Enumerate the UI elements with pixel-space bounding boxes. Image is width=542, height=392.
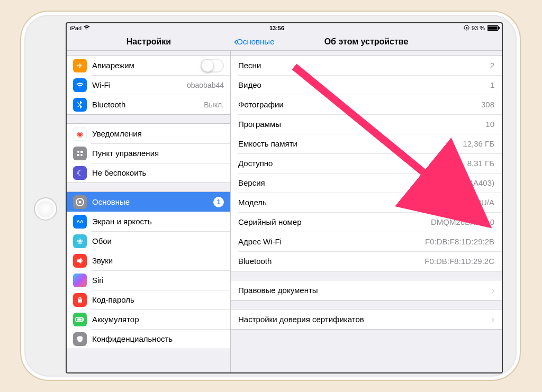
row-serial[interactable]: Серийный номер DMQM26BXFK10 [231,212,502,232]
songs-value: 2 [490,61,494,70]
songs-label: Песни [238,61,490,70]
row-photos[interactable]: Фотографии 308 [231,95,502,114]
svg-rect-3 [80,151,83,153]
back-label: Основные [237,33,274,51]
sidebar-item-passcode[interactable]: Код-пароль [67,290,230,309]
dnd-icon: ☾ [73,166,87,180]
apps-label: Программы [238,120,485,129]
back-button[interactable]: ‹ Основные [234,33,275,51]
svg-point-2 [77,151,79,153]
detail-pane: Песни 2 Видео 1 Фотографии 308 Программы… [231,51,502,373]
wifi-settings-icon [73,78,87,92]
photos-label: Фотографии [238,100,481,109]
settings-sidebar: ✈ Авиарежим Wi-Fi obaobab44 [67,51,231,373]
general-badge: 1 [213,197,224,207]
model-value: MD785RU/A [450,198,494,207]
dnd-label: Не беспокоить [92,168,224,177]
row-available[interactable]: Доступно 8,31 ГБ [231,153,502,173]
videos-label: Видео [238,80,490,89]
airplane-toggle[interactable] [201,59,224,72]
svg-rect-11 [77,318,82,321]
available-value: 8,31 ГБ [467,159,494,168]
screen: iPad 13:56 93 % Настройки ‹ Основные [66,22,503,373]
bt-address-value: F0:DB:F8:1D:29:2C [424,257,494,266]
notifications-label: Уведомления [92,129,224,138]
display-label: Экран и яркость [92,217,224,226]
row-capacity[interactable]: Емкость памяти 12,36 ГБ [231,134,502,153]
row-bluetooth-address[interactable]: Bluetooth F0:DB:F8:1D:29:2C [231,251,502,271]
row-legal[interactable]: Правовые документы › [231,280,502,300]
row-videos[interactable]: Видео 1 [231,75,502,95]
airplane-label: Авиарежим [92,61,201,70]
privacy-label: Конфиденциальность [92,334,224,343]
row-wifi-address[interactable]: Адрес Wi-Fi F0:DB:F8:1D:29:2B [231,232,502,251]
general-label: Основные [92,197,210,206]
row-version[interactable]: Версия 10.0.1 (14A403) [231,173,502,193]
home-button[interactable] [34,197,57,221]
ipad-frame: iPad 13:56 93 % Настройки ‹ Основные [21,12,520,380]
svg-rect-4 [77,154,79,156]
model-label: Модель [238,198,450,207]
battery-settings-label: Аккумулятор [92,315,224,324]
siri-icon [73,274,87,287]
battery-icon [487,25,499,31]
svg-point-5 [80,154,83,156]
airplane-icon: ✈ [73,59,87,72]
sidebar-item-wallpaper[interactable]: ❀ Обои [67,231,230,251]
sidebar-item-bluetooth[interactable]: Bluetooth Выкл. [67,95,230,114]
notifications-icon: ◉ [73,127,87,141]
status-bar: iPad 13:56 93 % [67,23,502,33]
status-carrier: iPad [70,25,82,31]
sidebar-item-wifi[interactable]: Wi-Fi obaobab44 [67,75,230,95]
passcode-icon [73,293,87,307]
row-songs[interactable]: Песни 2 [231,56,502,75]
sidebar-item-dnd[interactable]: ☾ Не беспокоить [67,163,230,183]
bluetooth-icon [73,98,87,112]
sidebar-item-sounds[interactable]: Звуки [67,251,230,270]
wifi-label: Wi-Fi [92,80,187,89]
svg-point-7 [79,200,82,203]
sidebar-item-notifications[interactable]: ◉ Уведомления [67,124,230,143]
version-label: Версия [238,178,437,187]
version-value: 10.0.1 (14A403) [437,178,494,187]
row-cert-trust[interactable]: Настройки доверия сертификатов › [231,309,502,329]
wifi-icon [84,25,90,31]
display-icon: AA [73,215,87,229]
serial-label: Серийный номер [238,217,431,226]
row-model[interactable]: Модель MD785RU/A [231,193,502,212]
control-center-label: Пункт управления [92,149,224,158]
svg-rect-10 [83,318,84,321]
capacity-label: Емкость памяти [238,139,463,148]
sidebar-item-siri[interactable]: Siri [67,270,230,290]
status-time: 13:56 [90,25,464,31]
sidebar-item-battery[interactable]: Аккумулятор [67,309,230,329]
sidebar-item-display[interactable]: AA Экран и яркость [67,212,230,231]
available-label: Доступно [238,159,467,168]
bluetooth-label: Bluetooth [92,100,204,109]
sounds-icon [73,254,87,268]
serial-value: DMQM26BXFK10 [431,217,494,226]
battery-settings-icon [73,313,87,326]
gear-icon [73,195,87,209]
videos-value: 1 [490,80,494,89]
sidebar-item-airplane[interactable]: ✈ Авиарежим [67,56,230,75]
orientation-lock-icon [464,25,469,32]
wallpaper-icon: ❀ [73,234,87,248]
sidebar-item-general[interactable]: Основные 1 [67,192,230,212]
sidebar-item-privacy[interactable]: Конфиденциальность [67,329,230,349]
row-apps[interactable]: Программы 10 [231,114,502,134]
svg-rect-8 [78,299,82,303]
wifi-address-label: Адрес Wi-Fi [238,237,425,246]
passcode-label: Код-пароль [92,295,224,304]
privacy-icon [73,332,87,346]
sounds-label: Звуки [92,256,224,265]
chevron-right-icon: › [492,286,494,295]
capacity-value: 12,36 ГБ [463,139,494,148]
wifi-value: obaobab44 [187,81,224,89]
battery-percent: 93 % [472,25,485,31]
control-center-icon [73,147,87,160]
apps-value: 10 [485,120,494,129]
legal-label: Правовые документы [238,286,487,295]
cert-label: Настройки доверия сертификатов [238,315,487,324]
sidebar-item-control-center[interactable]: Пункт управления [67,143,230,163]
